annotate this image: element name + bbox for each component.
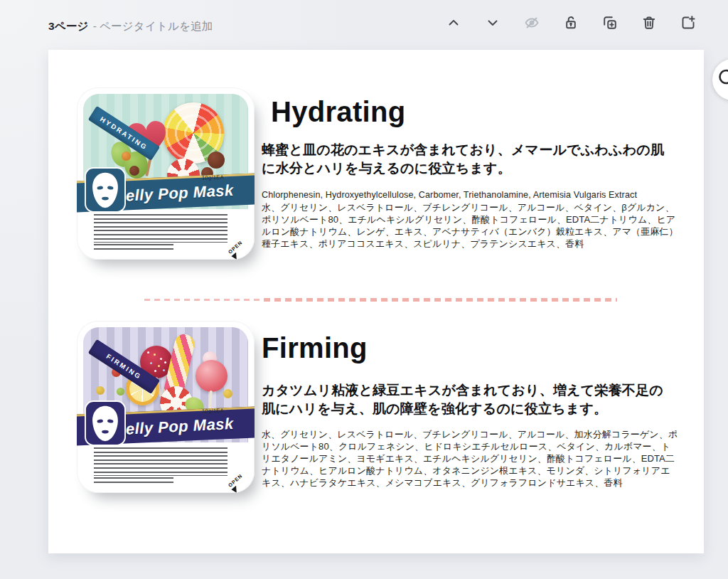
- weight-label: 10g/1EA: [202, 174, 224, 181]
- face-mask-icon: [85, 400, 126, 446]
- package-art: HYDRATING 10g/1EA Jelly Pop Mask OPEN: [77, 87, 255, 260]
- ingredients-english: Chlorphenesin, Hydroxyethylcellulose, Ca…: [262, 189, 678, 201]
- duplicate-page-button[interactable]: [601, 14, 619, 32]
- fine-print: [94, 214, 228, 243]
- magnifier-icon: [717, 68, 728, 90]
- page-number-label: 3ページ: [48, 20, 89, 32]
- ingredients-japanese: 水、グリセリン、レスベラトロール、ブチレングリコール、アルコール、加水分解コラー…: [262, 429, 678, 488]
- weight-label: 10g/1EA: [202, 407, 224, 414]
- hide-page-button[interactable]: [523, 14, 541, 32]
- lock-page-button[interactable]: [562, 14, 580, 32]
- divider-segment: [144, 299, 264, 301]
- add-page-button[interactable]: [679, 14, 697, 32]
- chevron-up-icon: [445, 14, 462, 31]
- product-image-hydrating[interactable]: HYDRATING 10g/1EA Jelly Pop Mask OPEN: [77, 87, 255, 260]
- candy-ball-icon: [117, 388, 124, 395]
- open-arrow-icon: [231, 486, 237, 493]
- section-ingredients-firming[interactable]: 水、グリセリン、レスベラトロール、ブチレングリコール、アルコール、加水分解コラー…: [262, 428, 678, 489]
- candy-ball-icon: [208, 152, 225, 169]
- fine-print: [94, 447, 228, 476]
- product-image-firming[interactable]: FIRMING 10g/1EA Jelly Pop Mask OPEN: [77, 321, 255, 493]
- open-arrow-icon: [231, 253, 237, 260]
- open-tab: OPEN: [228, 240, 243, 255]
- pink-lollipop-icon: [196, 360, 228, 392]
- lock-open-icon: [562, 14, 579, 31]
- section-description-firming[interactable]: カタツムリ粘液と緑豆エキスが含まれており、増えて栄養不足の肌にハリを与え、肌の障…: [262, 381, 668, 418]
- zoom-button[interactable]: [712, 59, 728, 100]
- ingredients-japanese: 水、グリセリン、レスベラトロール、ブチレングリコール、アルコール、ベタイン、βグ…: [262, 202, 678, 249]
- dashed-divider[interactable]: [144, 297, 617, 302]
- page-toolbar: [444, 14, 697, 32]
- delete-page-button[interactable]: [640, 14, 658, 32]
- package-art: FIRMING 10g/1EA Jelly Pop Mask OPEN: [77, 321, 255, 493]
- page-title-separator: -: [93, 20, 97, 32]
- candy-ball-icon: [96, 386, 105, 395]
- duplicate-icon: [601, 14, 619, 31]
- face-mask-icon: [85, 167, 126, 213]
- move-page-down-button[interactable]: [483, 14, 502, 32]
- section-title-firming[interactable]: Firming: [262, 331, 368, 364]
- trash-icon: [641, 14, 658, 31]
- candy-ball-icon: [129, 166, 139, 176]
- candy-ball-icon: [122, 152, 131, 161]
- move-page-up-button[interactable]: [444, 14, 463, 32]
- page-title[interactable]: 3ページ-ページタイトルを追加: [48, 19, 213, 34]
- editor-header: 3ページ-ページタイトルを追加: [0, 0, 728, 50]
- candy-ball-icon: [223, 389, 232, 398]
- divider-segment: [264, 298, 617, 302]
- chevron-down-icon: [484, 14, 501, 31]
- section-ingredients-hydrating[interactable]: Chlorphenesin, Hydroxyethylcellulose, Ca…: [262, 189, 678, 250]
- eye-off-icon: [523, 14, 540, 31]
- add-page-icon: [680, 14, 697, 31]
- section-title-hydrating[interactable]: Hydrating: [271, 95, 405, 128]
- page-title-placeholder[interactable]: ページタイトルを追加: [100, 20, 213, 32]
- open-tab: OPEN: [228, 473, 243, 488]
- section-description-hydrating[interactable]: 蜂蜜と皿の花のエキスが含まれており、メマールでふわふわの肌に水分とハリを与えるの…: [262, 141, 668, 178]
- design-canvas[interactable]: HYDRATING 10g/1EA Jelly Pop Mask OPEN: [48, 50, 704, 553]
